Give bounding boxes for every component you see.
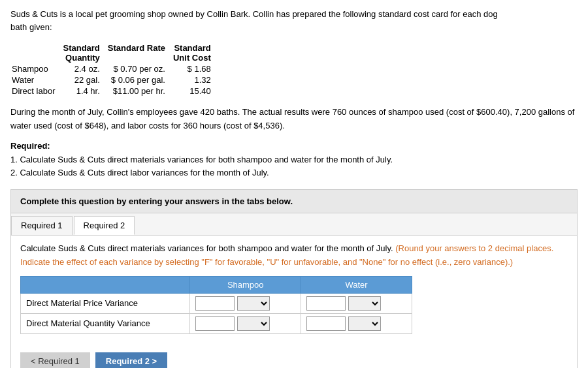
required-list: 1. Calculate Suds & Cuts direct material… [10, 153, 578, 181]
tabs-header: Required 1 Required 2 [11, 213, 577, 236]
col-header-rate: Standard Rate [106, 42, 172, 63]
variance-col-water: Water [301, 276, 412, 293]
price-water-effect-select[interactable]: F U None [348, 296, 381, 311]
required-item-1: 1. Calculate Suds & Cuts direct material… [10, 153, 578, 167]
qty-water-effect-select[interactable]: F U None [348, 316, 381, 331]
required-heading: Required: [10, 141, 578, 151]
variance-col-shampoo: Shampoo [190, 276, 301, 293]
prev-button[interactable]: < Required 1 [20, 352, 90, 368]
tab-required-1[interactable]: Required 1 [11, 216, 73, 235]
col-header-qty: StandardQuantity [61, 42, 106, 63]
row-shampoo-rate: $ 0.70 per oz. [106, 63, 172, 74]
cost-card-table: StandardQuantity Standard Rate StandardU… [10, 42, 218, 97]
variance-table: Shampoo Water Direct Material Price Vari… [20, 276, 412, 334]
table-row: Direct Material Price Variance F U None [21, 293, 412, 313]
instruction-text: Complete this question by entering your … [20, 196, 293, 206]
row-water-label: Water [10, 74, 61, 85]
tab-description: Calculate Suds & Cuts direct materials v… [20, 242, 568, 269]
scenario-paragraph: During the month of July, Collin's emplo… [10, 106, 578, 133]
row-qty-water-input-cell: F U None [301, 313, 412, 333]
price-shampoo-effect-select[interactable]: F U None [237, 296, 270, 311]
row-labor-qty: 1.4 hr. [61, 85, 106, 97]
price-shampoo-value-input[interactable] [195, 296, 235, 311]
next-button[interactable]: Required 2 > [95, 352, 167, 368]
tab-content-area: Calculate Suds & Cuts direct materials v… [11, 236, 577, 350]
qty-water-value-input[interactable] [306, 316, 346, 331]
row-price-variance-label: Direct Material Price Variance [21, 293, 190, 313]
intro-paragraph: Suds & Cuts is a local pet grooming shop… [10, 8, 578, 33]
row-shampoo-qty: 2.4 oz. [61, 63, 106, 74]
row-shampoo-cost: $ 1.68 [172, 63, 218, 74]
price-water-value-input[interactable] [306, 296, 346, 311]
row-price-water-input-cell: F U None [301, 293, 412, 313]
intro-text-line2: bath given: [10, 22, 52, 32]
row-qty-shampoo-input-cell: F U None [190, 313, 301, 333]
row-qty-variance-label: Direct Material Quantity Variance [21, 313, 190, 333]
qty-shampoo-value-input[interactable] [195, 316, 235, 331]
tab-desc-main: Calculate Suds & Cuts direct materials v… [20, 243, 395, 253]
qty-shampoo-effect-select[interactable]: F U None [237, 316, 270, 331]
row-water-rate: $ 0.06 per gal. [106, 74, 172, 85]
row-labor-cost: 15.40 [172, 85, 218, 97]
intro-text-line1: Suds & Cuts is a local pet grooming shop… [10, 9, 498, 19]
nav-buttons: < Required 1 Required 2 > [11, 352, 577, 368]
tab-required-2[interactable]: Required 2 [74, 216, 135, 235]
variance-col-label [21, 276, 190, 293]
tabs-container: Required 1 Required 2 Calculate Suds & C… [10, 213, 578, 368]
col-header-cost: StandardUnit Cost [172, 42, 218, 63]
instruction-box: Complete this question by entering your … [10, 189, 578, 213]
row-labor-rate: $11.00 per hr. [106, 85, 172, 97]
table-row: Direct Material Quantity Variance F U No… [21, 313, 412, 333]
row-water-cost: 1.32 [172, 74, 218, 85]
row-water-qty: 22 gal. [61, 74, 106, 85]
scenario-text: During the month of July, Collin's emplo… [10, 107, 574, 130]
required-item-2: 2. Calculate Suds & Cuts direct labor va… [10, 166, 578, 180]
row-shampoo-label: Shampoo [10, 63, 61, 74]
row-price-shampoo-input-cell: F U None [190, 293, 301, 313]
row-labor-label: Direct labor [10, 85, 61, 97]
